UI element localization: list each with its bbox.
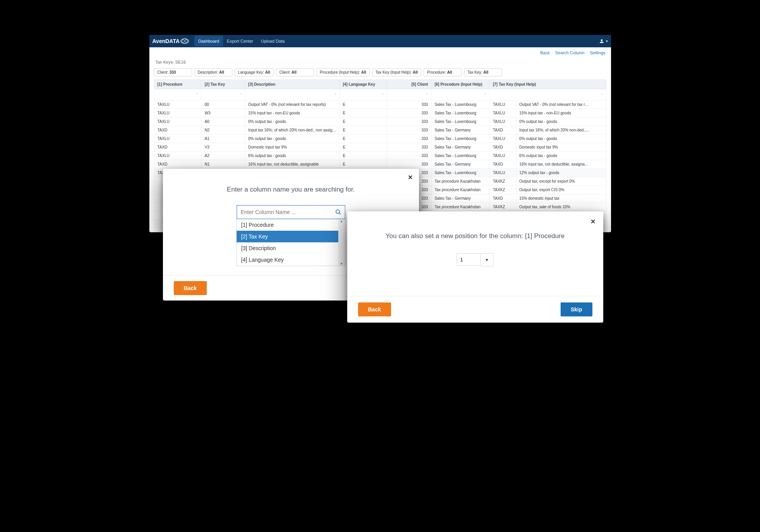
link-settings[interactable]: Settings	[590, 50, 606, 55]
brand-logo: AvenDATA	[152, 38, 189, 44]
col-header-client[interactable]: [5] Client	[386, 80, 431, 89]
filter-chip[interactable]: Tax Key: All	[464, 68, 502, 76]
filter-chip[interactable]: Client: 333	[154, 68, 192, 76]
nav-export-center[interactable]: Export Center	[223, 36, 257, 47]
position-input[interactable]	[457, 253, 481, 266]
filter-value: All	[265, 70, 270, 74]
search-icon[interactable]	[335, 209, 341, 216]
dialog-title: Enter a column name you are searching fo…	[174, 186, 408, 193]
column-search-input[interactable]	[237, 205, 345, 219]
col-header-proc-help[interactable]: [6] Procedure (Input Help)	[431, 80, 490, 89]
funnel-icon: ⌄	[196, 91, 199, 95]
cell-description: 6% output tax - goods	[245, 152, 339, 160]
table-row[interactable]: TAXLUA00% output tax - goodsE333Sales Ta…	[154, 117, 606, 126]
col-filter[interactable]: ⌄	[339, 89, 386, 100]
col-filter[interactable]: ⌄	[431, 89, 490, 100]
cell-key-help-code: TAXKZ	[490, 203, 516, 211]
user-icon	[599, 38, 604, 44]
close-button[interactable]: ×	[408, 173, 413, 181]
cell-key-help-desc: 6% output tax - goods	[516, 152, 606, 160]
funnel-icon: ⌄	[334, 91, 337, 95]
user-menu[interactable]: ▾	[599, 38, 608, 44]
funnel-icon: ⌄	[381, 91, 384, 95]
cell-proc-help: Sales Tax - Luxembourg	[431, 117, 490, 126]
table-row[interactable]: TAXDV3Domestic input tax 9%E333Sales Tax…	[154, 143, 606, 152]
col-header-langkey[interactable]: [4] Language Key	[339, 80, 386, 89]
back-button[interactable]: Back	[174, 281, 207, 295]
cell-proc-help: Sales Tax - Germany	[431, 160, 490, 169]
cell-description: 0% output tax - goods	[245, 135, 339, 143]
cell-langkey: E	[339, 117, 386, 126]
position-dropdown-button[interactable]: ▾	[481, 253, 493, 266]
cell-client: 333	[386, 109, 431, 117]
nav-upload-data[interactable]: Upload Data	[257, 36, 289, 47]
dropdown-option[interactable]: [4] Language Key	[237, 254, 345, 266]
dropdown-option[interactable]: [3] Description	[237, 242, 345, 254]
dropdown-option[interactable]: [2] Tax Key	[237, 231, 345, 242]
cell-key-help-desc: 0% output tax - goods	[516, 117, 606, 126]
filter-chip[interactable]: Client: All	[276, 68, 314, 76]
cell-key-help-code: TAXKZ	[490, 177, 516, 186]
cell-client: 333	[386, 135, 431, 143]
cell-client: 333	[386, 143, 431, 152]
table-row[interactable]: TAXLUW315% input tax - non-EU goodsE333S…	[154, 109, 606, 117]
filter-chip[interactable]: Tax Key (Input Help): All	[372, 68, 421, 76]
caret-down-icon: ▾	[486, 257, 488, 263]
col-filter[interactable]: ⌄	[201, 89, 245, 100]
filter-value: All	[447, 70, 452, 74]
cell-proc-help: Sales Tax - Luxembourg	[431, 135, 490, 143]
cell-langkey: E	[339, 152, 386, 160]
col-header-procedure[interactable]: [1] Procedure	[154, 80, 201, 89]
cell-client: 333	[386, 152, 431, 160]
skip-button[interactable]: Skip	[561, 302, 592, 316]
col-filter[interactable]: ⌄	[245, 89, 339, 100]
scroll-up-icon[interactable]: ▴	[341, 219, 343, 223]
cell-key-help-code: TAXKZ	[490, 186, 516, 194]
close-button[interactable]: ×	[591, 218, 596, 225]
filter-chip[interactable]: Description: All	[194, 68, 232, 76]
funnel-icon: ⌄	[484, 91, 487, 95]
funnel-icon: ⌄	[239, 91, 242, 95]
table-row[interactable]: TAXLU00Output VAT - 0% (not relevant for…	[154, 100, 606, 109]
cell-proc-help: Sales Tax - Luxembourg	[431, 109, 490, 117]
cell-procedure: TAXLU	[154, 100, 201, 109]
table-row[interactable]: TAXLUA10% output tax - goodsE333Sales Ta…	[154, 135, 606, 143]
filter-chip[interactable]: Procedure: All	[424, 68, 462, 76]
cell-key-help-desc: Input tax 16%; of which 20% non-ded.,…	[516, 126, 606, 135]
action-links-bar: Back Search Column Settings	[149, 47, 611, 58]
cell-client: 333	[386, 100, 431, 109]
cell-description: 16% input tax, not deductible, assignabl…	[245, 160, 339, 169]
col-filter[interactable]: ⌄	[386, 89, 431, 100]
cell-procedure: TAXLU	[154, 117, 201, 126]
cell-key-help-desc: 15% input tax - non-EU goods	[516, 109, 606, 117]
dropdown-option[interactable]: [1] Procedure	[237, 219, 345, 231]
table-row[interactable]: TAXLUA26% output tax - goodsE333Sales Ta…	[154, 152, 606, 160]
col-filter[interactable]: ⌄	[154, 89, 201, 100]
cell-procedure: TAXLU	[154, 135, 201, 143]
cell-proc-help: Sales Tax - Luxembourg	[431, 152, 490, 160]
cell-key-help-desc: Output VAT - 0% (not relevant for tax r…	[516, 100, 606, 109]
table-row[interactable]: TAXDN116% input tax, not deductible, ass…	[154, 160, 606, 169]
col-header-description[interactable]: [3] Description	[245, 80, 339, 89]
scroll-down-icon[interactable]: ▾	[341, 262, 343, 266]
cell-procedure: TAXLU	[154, 109, 201, 117]
table-row[interactable]: TAXDN2Input tax 16%; of which 20% non-de…	[154, 126, 606, 135]
back-button[interactable]: Back	[358, 302, 391, 316]
filter-chip[interactable]: Language Key: All	[235, 68, 274, 76]
link-back[interactable]: Back	[540, 50, 549, 55]
nav-dashboard[interactable]: Dashboard	[194, 36, 223, 47]
cell-key-help-code: TAXLU	[490, 100, 516, 109]
cell-proc-help: Tax procedure Kazakhstan	[431, 203, 490, 211]
cell-procedure: TAXD	[154, 126, 201, 135]
col-header-taxkey[interactable]: [2] Tax Key	[201, 80, 245, 89]
scrollbar[interactable]: ▴▾	[338, 219, 345, 266]
cell-taxkey: A1	[201, 135, 245, 143]
link-search-column[interactable]: Search Column	[555, 50, 585, 55]
filter-chip[interactable]: Procedure (Input Help): All	[316, 68, 370, 76]
filter-label: Language Key:	[238, 70, 265, 74]
dialog-title: You can also set a new position for the …	[358, 232, 592, 240]
cell-procedure: TAXD	[154, 143, 201, 152]
cell-key-help-code: TAXLU	[490, 135, 516, 143]
col-header-key-help[interactable]: [7] Tax Key (Input Help)	[490, 80, 606, 89]
col-filter[interactable]: ⌄	[490, 89, 606, 100]
